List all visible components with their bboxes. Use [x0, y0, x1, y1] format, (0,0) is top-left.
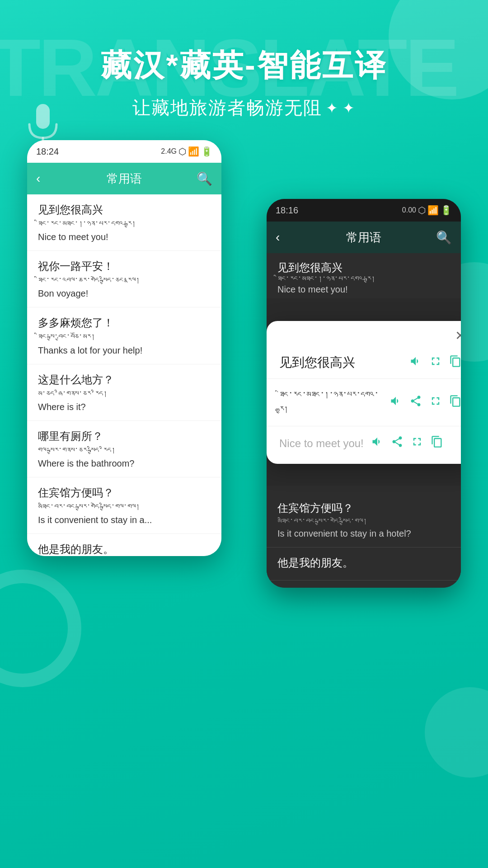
popup-card: ✕ 见到您很高兴: [267, 321, 461, 464]
phrase-english-4: Where is it?: [38, 402, 211, 412]
popup-chinese-row: 见到您很高兴: [279, 354, 461, 371]
dark-english-1: Is it convenient to stay in a hotel?: [277, 528, 450, 539]
popup-main-chinese: 见到您很高兴: [279, 354, 402, 371]
popup-speaker-icon-english[interactable]: [371, 435, 384, 451]
phone-back-status-bar: 18:24 2.4G ⬡ 📶 🔋: [27, 140, 221, 163]
subtitle-text: 让藏地旅游者畅游无阻: [132, 95, 322, 120]
sparkle-icon: ✦: [326, 99, 339, 117]
nav-back-icon-front[interactable]: ‹: [276, 230, 280, 245]
popup-english-text: Nice to meet you!: [279, 437, 364, 450]
popup-copy-icon-chinese[interactable]: [449, 355, 461, 371]
nav-search-icon-front[interactable]: 🔍: [436, 230, 452, 245]
popup-close-button[interactable]: ✕: [455, 328, 461, 343]
phrase-chinese-2: 祝你一路平安！: [38, 259, 211, 274]
signal-text: 2.4G: [161, 147, 177, 156]
phrase-item-3[interactable]: 多多麻烦您了！ ཐིང་སྐྱ་བྱང་བཅོ་མར། Thanks a lot…: [27, 307, 221, 364]
nav-back-icon[interactable]: ‹: [36, 171, 40, 186]
battery-indicator: 🔋: [201, 146, 212, 157]
status-icons-front: 0.00 ⬡ 📶 🔋: [402, 205, 452, 216]
phone-back: 18:24 2.4G ⬡ 📶 🔋 ‹ 常用语 🔍 见到您很高兴 ཐིང་རང་མ…: [27, 140, 221, 556]
front-phrase-tibetan: ཐིང་རང་མཐང་།་ཉན་པར་དགའ་རྒྱ།: [277, 275, 450, 284]
phone-back-navbar: ‹ 常用语 🔍: [27, 163, 221, 194]
phrase-tibetan-2: ཐིང་རང་འབལ་ཆར་གདེ་སྐྱིད་ཅང་རྣལ།: [38, 275, 211, 287]
phrase-chinese-4: 这是什么地方？: [38, 373, 211, 387]
phrase-chinese-7: 他是我的朋友。: [38, 542, 211, 556]
popup-english-section: Nice to meet you!: [267, 426, 461, 464]
status-time-front: 18:16: [276, 205, 298, 216]
phrase-item-7[interactable]: 他是我的朋友。 སྐར་ཅི་སྐྱབས་པར་རིད།: [27, 534, 221, 556]
popup-copy-icon-english[interactable]: [431, 435, 443, 451]
bluetooth-icon-front: ⬡: [418, 205, 426, 216]
phone-front-status-bar: 18:16 0.00 ⬡ 📶 🔋: [267, 199, 461, 222]
nav-title-back: 常用语: [107, 171, 142, 187]
phrase-chinese-5: 哪里有厕所？: [38, 429, 211, 443]
phrase-english-2: Bon voyage!: [38, 288, 211, 299]
status-time-back: 18:24: [36, 146, 59, 157]
phrase-chinese-3: 多多麻烦您了！: [38, 316, 211, 330]
front-phrase-english: Nice to meet you!: [277, 284, 450, 295]
popup-expand-icon-chinese[interactable]: [429, 355, 442, 371]
phrase-tibetan-4: མ་ཅད་ཞི་གནས་ཅར་རིད།: [38, 389, 211, 400]
wifi-icon-front: 📶: [427, 205, 439, 216]
phrase-english-6: Is it convenient to stay in a...: [38, 515, 211, 525]
dark-chinese-1: 住宾馆方便吗？: [277, 501, 450, 515]
phrase-english-3: Thanks a lot for your help!: [38, 345, 211, 356]
bluetooth-icon: ⬡: [178, 146, 186, 157]
app-subtitle: 让藏地旅游者畅游无阻 ✦ ✦: [0, 95, 488, 120]
phrase-english-1: Nice to meet you!: [38, 232, 211, 242]
popup-speaker-icon-chinese[interactable]: [409, 355, 422, 371]
popup-expand-icon-english[interactable]: [411, 435, 423, 451]
dark-chinese-2: 他是我的朋友。: [277, 556, 450, 570]
app-title: 藏汉*藏英-智能互译: [0, 45, 488, 86]
phrase-item-1[interactable]: 见到您很高兴 ཐིང་རང་མཐང་།་ཉན་པར་དགའ་རྒྱ། Nice …: [27, 194, 221, 251]
phone-back-content: 见到您很高兴 ཐིང་རང་མཐང་།་ཉན་པར་དགའ་རྒྱ། Nice …: [27, 194, 221, 556]
popup-chinese-section: 见到您很高兴: [267, 347, 461, 378]
phrase-tibetan-1: ཐིང་རང་མཐང་།་ཉན་པར་དགའ་རྒྱ།: [38, 219, 211, 230]
popup-share-icon-english[interactable]: [391, 435, 404, 451]
phrase-item-6[interactable]: 住宾馆方便吗？ མཐིང་བར་བང་སྐྱར་གདེ་སྐྱིད་གལ་གལ།…: [27, 477, 221, 534]
popup-share-icon-tibetan[interactable]: [409, 395, 422, 410]
signal-text-front: 0.00: [402, 206, 416, 214]
dark-phrase-2[interactable]: 他是我的朋友。: [267, 547, 461, 580]
popup-copy-icon-tibetan[interactable]: [449, 395, 461, 410]
popup-speaker-icon-tibetan[interactable]: [389, 395, 402, 410]
phrase-item-4[interactable]: 这是什么地方？ མ་ཅད་ཞི་གནས་ཅར་རིད། Where is it?: [27, 364, 221, 421]
phones-container: 18:24 2.4G ⬡ 📶 🔋 ‹ 常用语 🔍 见到您很高兴 ཐིང་རང་མ…: [27, 140, 461, 868]
phrase-tibetan-5: གལ་སྐྱར་གནས་ཅར་སྐྱིད་རིད།: [38, 445, 211, 457]
phone-front: 18:16 0.00 ⬡ 📶 🔋 ‹ 常用语 🔍 见到您很高兴 ཐིང་རང་མ…: [267, 199, 461, 588]
popup-english-row: Nice to meet you!: [279, 435, 461, 451]
popup-tibetan-text: ཐིང་རང་མཐང་།་ཉན་པར་དགའ་རྒྱ།: [279, 388, 382, 417]
popup-tibetan-section: ཐིང་རང་མཐང་།་ཉན་པར་དགའ་རྒྱ།: [267, 378, 461, 426]
front-phrase-chinese: 见到您很高兴: [277, 260, 450, 275]
popup-tibetan-row: ཐིང་རང་མཐང་།་ཉན་པར་དགའ་རྒྱ།: [279, 388, 461, 417]
phrase-english-5: Where is the bathroom?: [38, 458, 211, 469]
wifi-icon: 📶: [188, 146, 199, 157]
phrase-item-5[interactable]: 哪里有厕所？ གལ་སྐྱར་གནས་ཅར་སྐྱིད་རིད། Where i…: [27, 421, 221, 477]
sparkle-icon-2: ✦: [343, 99, 356, 117]
nav-title-front: 常用语: [346, 230, 381, 245]
popup-expand-icon-tibetan[interactable]: [429, 395, 442, 410]
phrase-tibetan-6: མཐིང་བར་བང་སྐྱར་གདེ་སྐྱིད་གལ་གལ།: [38, 502, 211, 513]
battery-icon-front: 🔋: [441, 205, 452, 216]
status-icons-back: 2.4G ⬡ 📶 🔋: [161, 146, 212, 157]
popup-header: ✕: [267, 321, 461, 347]
dark-tibetan-1: མཐིང་བར་བང་སྐྱར་གདེ་སྐྱིད་གལ།: [277, 517, 450, 527]
phone-front-navbar: ‹ 常用语 🔍: [267, 222, 461, 253]
header-section: 藏汉*藏英-智能互译 让藏地旅游者畅游无阻 ✦ ✦: [0, 45, 488, 120]
phrase-tibetan-3: ཐིང་སྐྱ་བྱང་བཅོ་མར།: [38, 332, 211, 343]
phrase-item-2[interactable]: 祝你一路平安！ ཐིང་རང་འབལ་ཆར་གདེ་སྐྱིད་ཅང་རྣལ། …: [27, 251, 221, 307]
phone-front-highlighted[interactable]: 见到您很高兴 ཐིང་རང་མཐང་།་ཉན་པར་དགའ་རྒྱ། Nice …: [267, 253, 461, 298]
phrase-chinese-6: 住宾馆方便吗？: [38, 486, 211, 500]
nav-search-icon[interactable]: 🔍: [197, 171, 212, 186]
phone-front-bottom: 住宾馆方便吗？ མཐིང་བར་བང་སྐྱར་གདེ་སྐྱིད་གལ། Is…: [267, 486, 461, 588]
dark-phrase-1[interactable]: 住宾馆方便吗？ མཐིང་བར་བང་སྐྱར་གདེ་སྐྱིད་གལ། Is…: [267, 493, 461, 547]
phrase-chinese-1: 见到您很高兴: [38, 203, 211, 217]
